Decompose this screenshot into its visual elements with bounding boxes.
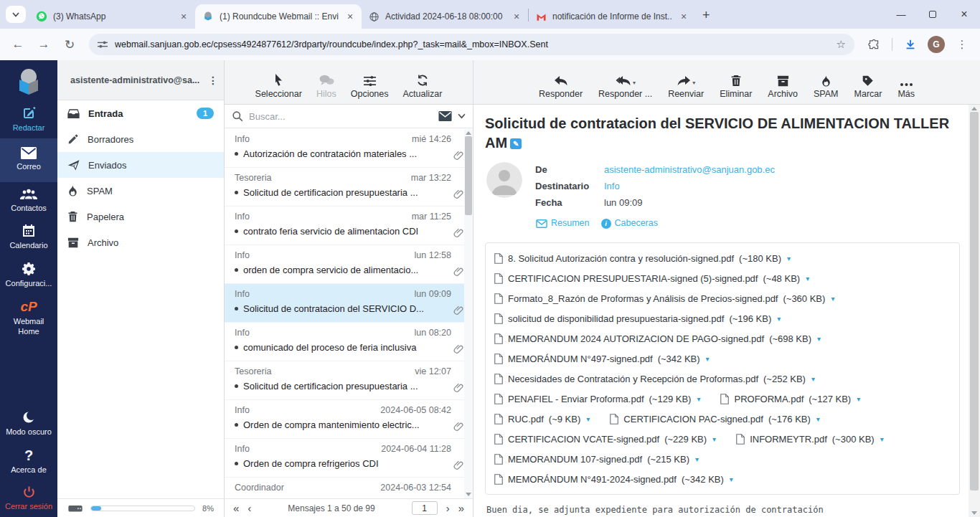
sidebar-item-acerca-de[interactable]: ? Acerca de	[0, 442, 57, 480]
threads-button[interactable]: Hilos	[316, 72, 336, 99]
sidebar-item-configuracion[interactable]: Configuraci...	[0, 256, 57, 294]
message-row[interactable]: Infolun 12:58 orden de compra servicio d…	[225, 245, 473, 284]
spam-button[interactable]: SPAM	[814, 72, 839, 99]
attachment[interactable]: RUC.pdf(~9 KB)▾	[494, 414, 590, 424]
tab-search-button[interactable]	[6, 6, 26, 23]
summary-link[interactable]: Resumen	[536, 216, 590, 232]
chevron-down-icon[interactable]	[458, 113, 466, 119]
attachment[interactable]: MEMORÁNDUM N°497-signed.pdf(~342 KB)▾	[494, 354, 710, 364]
close-icon[interactable]: ×	[678, 11, 689, 22]
chevron-down-icon[interactable]: ▾	[712, 435, 716, 443]
last-page-button[interactable]: »	[458, 503, 464, 513]
attachment[interactable]: INFORMEYTR.pdf(~300 KB)▾	[736, 434, 884, 445]
options-button[interactable]: Opciones	[351, 72, 389, 99]
bookmark-star-icon[interactable]: ☆	[837, 38, 846, 51]
scroll-down-icon[interactable]	[971, 511, 977, 515]
folder-borradores[interactable]: Borradores	[57, 126, 224, 152]
sidebar-item-calendario[interactable]: Calendario	[0, 218, 57, 256]
sidebar-item-contactos[interactable]: Contactos	[0, 182, 57, 219]
attachment[interactable]: MEMORANDUM 2024 AUTORIZACION DE PAGO-sig…	[494, 333, 821, 344]
chevron-down-icon[interactable]: ▾	[697, 395, 700, 403]
address-bar[interactable]: webmail.sanjuan.gob.ec/cpsess4924877612/…	[89, 34, 854, 55]
next-page-button[interactable]: ›	[446, 503, 450, 513]
mail-scrollbar[interactable]	[969, 105, 980, 517]
tab-roundcube[interactable]: (1) Roundcube Webmail :: Envia ×	[195, 4, 362, 29]
reload-button[interactable]: ↻	[59, 34, 80, 55]
chevron-down-icon[interactable]: ▾	[787, 255, 791, 262]
chevron-down-icon[interactable]: ▾	[706, 355, 710, 363]
chevron-down-icon[interactable]: ▾	[811, 375, 815, 383]
close-icon[interactable]: ×	[178, 11, 189, 22]
chevron-down-icon[interactable]: ▾	[806, 275, 809, 283]
folder-papelera[interactable]: Papelera	[57, 204, 224, 229]
folder-enviados[interactable]: Enviados	[57, 152, 224, 178]
page-number-input[interactable]: 1	[412, 501, 438, 515]
message-row[interactable]: Info2024-06-04 11:28 Orden de compra ref…	[225, 439, 473, 478]
folder-entrada[interactable]: Entrada 1	[57, 100, 224, 126]
attachment[interactable]: Formato_8_Razón de Proformas y Análisis …	[494, 293, 834, 304]
message-row-selected[interactable]: Infolun 09:09 Solicitud de contratacion …	[225, 284, 473, 323]
attachment[interactable]: PENAFIEL - Enviar Proforma.pdf(~129 KB)▾	[494, 394, 700, 404]
delete-button[interactable]: Eliminar	[720, 72, 752, 99]
attachment[interactable]: CERTIFICACION VCATE-signed.pdf(~229 KB)▾	[494, 434, 716, 445]
scroll-down-icon[interactable]	[466, 493, 471, 496]
chevron-down-icon[interactable]: ▾	[777, 315, 781, 323]
profile-button[interactable]: G	[925, 34, 947, 55]
message-row[interactable]: Coordinador2024-06-03 12:54	[225, 478, 473, 498]
attachment[interactable]: solicitud de disponibilidad presupuestar…	[494, 313, 781, 324]
attachment[interactable]: MEMORANDUM 107-signed.pdf(~215 KB)▾	[494, 454, 699, 465]
attachment[interactable]: CERTIFICACION PAC-signed.pdf(~176 KB)▾	[610, 414, 820, 424]
extensions-button[interactable]	[863, 34, 885, 55]
tab-actividad[interactable]: Actividad 2024-06-18 08:00:00 ×	[362, 4, 528, 29]
reply-all-button[interactable]: ▾ Responder ...	[598, 72, 652, 99]
folder-spam[interactable]: SPAM	[57, 178, 224, 204]
from-address-link[interactable]: asistente-administrativo@sanjuan.gob.ec	[604, 162, 775, 179]
download-button[interactable]	[900, 34, 921, 55]
headers-link[interactable]: i Cabeceras	[601, 216, 658, 232]
close-icon[interactable]: ×	[344, 11, 356, 22]
message-row[interactable]: Info2024-06-05 08:42 Orden de compra man…	[225, 400, 473, 439]
sidebar-item-modo-oscuro[interactable]: Modo oscuro	[0, 404, 57, 442]
forward-button[interactable]: ▾ Reenviar	[668, 72, 704, 99]
forward-button[interactable]: →	[33, 34, 55, 55]
chevron-down-icon[interactable]: ▾	[817, 335, 821, 343]
close-window-button[interactable]: ×	[948, 0, 980, 29]
scrollbar-thumb[interactable]	[465, 136, 472, 215]
sidebar-item-webmail-home[interactable]: cP Webmail Home	[0, 294, 57, 342]
attachment[interactable]: CERTIFICACION PRESUPUESTARIA-signed (5)-…	[494, 273, 809, 284]
scroll-up-icon[interactable]	[466, 131, 471, 135]
sidebar-item-correo[interactable]: Correo	[0, 138, 57, 182]
message-row[interactable]: Infolun 08:20 comunicado del proceso de …	[225, 323, 473, 361]
select-button[interactable]: Seleccionar	[255, 72, 302, 99]
folder-archivo[interactable]: Archivo	[57, 229, 224, 255]
attachment[interactable]: Necesidades de Contratación y Recepción …	[494, 374, 815, 384]
new-tab-button[interactable]: +	[702, 8, 710, 23]
archive-button[interactable]: Archivo	[768, 72, 798, 99]
chevron-down-icon[interactable]: ▾	[695, 455, 699, 463]
sidebar-item-redactar[interactable]: Redactar	[0, 100, 57, 138]
to-address-link[interactable]: Info	[604, 179, 620, 195]
refresh-button[interactable]: Actualizar	[403, 72, 443, 99]
chevron-down-icon[interactable]: ▾	[857, 395, 860, 403]
chevron-down-icon[interactable]: ▾	[692, 80, 695, 86]
reply-button[interactable]: Responder	[539, 72, 583, 99]
message-row[interactable]: Infomié 14:26 Autorización de contrataci…	[225, 129, 473, 168]
attachment[interactable]: PROFORMA.pdf(~127 KB)▾	[720, 394, 860, 404]
mark-button[interactable]: Marcar	[854, 72, 882, 99]
browser-menu-button[interactable]: ⋮	[951, 34, 973, 55]
message-row[interactable]: Tesoreriavie 12:07 Solicitud de certific…	[225, 361, 473, 400]
chevron-down-icon[interactable]: ▾	[586, 415, 590, 423]
chevron-down-icon[interactable]: ▾	[880, 435, 884, 443]
message-row[interactable]: Infomar 11:25 contrato feria servicio de…	[225, 207, 473, 245]
first-page-button[interactable]: «	[233, 503, 239, 513]
close-icon[interactable]: ×	[511, 11, 522, 22]
search-input[interactable]	[249, 111, 433, 122]
more-button[interactable]: Más	[897, 72, 915, 99]
scrollbar-thumb[interactable]	[970, 112, 979, 490]
back-button[interactable]: ←	[7, 34, 29, 55]
prev-page-button[interactable]: ‹	[248, 503, 251, 513]
chevron-down-icon[interactable]: ▾	[816, 415, 820, 423]
tab-whatsapp[interactable]: (3) WhatsApp ×	[29, 4, 195, 29]
edit-subject-icon[interactable]: ✎	[510, 138, 522, 149]
chevron-down-icon[interactable]: ▾	[730, 475, 733, 483]
